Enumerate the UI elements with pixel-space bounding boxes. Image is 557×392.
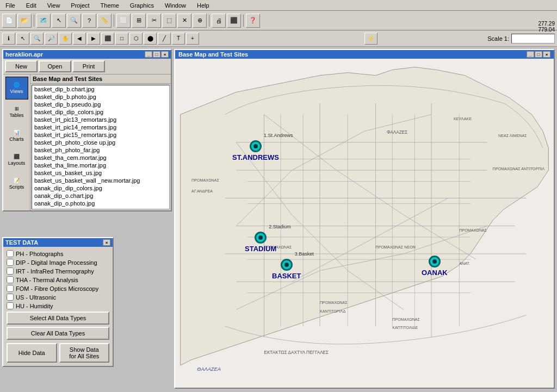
tb-geo[interactable]: ✕ — [177, 14, 191, 28]
checkbox-label-ph: PH - Photographs — [16, 251, 63, 257]
sidebar-item-charts[interactable]: 📊 Charts — [5, 125, 28, 147]
map-content[interactable]: ΦΑΛΑΖΕΣ ΚΕΥΛΑΚΕ ΝΕΑΣ ΛΙΜΕΝΑΣ ΠΡΟΜΑΧΩΝΑΣ … — [175, 59, 554, 388]
map-maximize[interactable]: □ — [535, 51, 542, 58]
tb-new[interactable]: 📄 — [2, 14, 16, 28]
select-all-btn[interactable]: Select All Data Types — [7, 312, 109, 325]
map-close[interactable]: × — [543, 51, 550, 58]
file-item[interactable]: oanak_dip_o.photo.jpg — [32, 200, 169, 207]
file-item[interactable]: basket_dip_b.pseudo.jpg — [32, 101, 169, 108]
apr-new-btn[interactable]: New — [5, 60, 38, 72]
menu-theme[interactable]: Theme — [97, 2, 122, 9]
st-andrews-dot[interactable] — [250, 140, 262, 152]
site-oanak[interactable]: OANAK — [422, 256, 448, 277]
file-item[interactable]: basket_us_basket_wall _new.mortar.jpg — [32, 177, 169, 184]
file-item[interactable]: basket_dip_b.chart.jpg — [32, 85, 169, 93]
tb-route[interactable]: ⊕ — [193, 14, 207, 28]
checkbox-hu[interactable] — [7, 302, 14, 309]
tb-layout[interactable]: ⬜ — [116, 14, 131, 28]
tb-select[interactable]: ↖ — [52, 14, 66, 28]
file-item[interactable]: oanak_dip_o.chart.jpg — [32, 192, 169, 200]
file-item[interactable]: basket_dip_b.photo.jpg — [32, 93, 169, 101]
tb2-cursor[interactable]: + — [186, 33, 199, 45]
apr-close[interactable]: × — [161, 51, 169, 58]
file-item[interactable]: basket_irt_pic15_remortars.jpg — [32, 131, 169, 139]
views-label: Views — [10, 89, 23, 94]
tb-dbconnect[interactable]: ⬛ — [227, 14, 241, 28]
oanak-dot[interactable] — [429, 256, 441, 267]
show-data-btn[interactable]: Show Datafor All Sites — [59, 343, 110, 363]
site-basket[interactable]: 3.Basket BASKET — [272, 259, 301, 280]
file-item[interactable]: basket_dip_dip_colors.jpg — [32, 108, 169, 116]
menu-graphics[interactable]: Graphics — [127, 2, 157, 9]
tb2-info[interactable]: ℹ — [2, 33, 15, 45]
tb2-pointer[interactable]: ↖ — [16, 33, 29, 45]
menu-help[interactable]: Help — [194, 2, 213, 9]
basket-dot[interactable] — [281, 259, 293, 271]
tb-print[interactable]: 🖨 — [212, 14, 226, 28]
map-minimize[interactable]: _ — [527, 51, 534, 58]
checkbox-dip[interactable] — [7, 259, 14, 266]
sidebar-item-scripts[interactable]: 📝 Scripts — [5, 172, 28, 195]
file-item[interactable]: basket_tha_lime.mortar.jpg — [32, 161, 169, 169]
tb2-line[interactable]: ╱ — [158, 33, 171, 45]
file-item[interactable]: basket_ph_photo_far.jpg — [32, 146, 169, 154]
menu-window[interactable]: Window — [162, 2, 189, 9]
tb-open[interactable]: 📂 — [17, 14, 32, 28]
tb2-zoomin[interactable]: 🔍 — [30, 33, 44, 45]
checkbox-ph[interactable] — [7, 250, 14, 257]
scale-input[interactable] — [511, 34, 555, 43]
clear-all-btn[interactable]: Clear All Data Types — [7, 327, 109, 340]
menu-view[interactable]: View — [44, 2, 64, 9]
tb-help[interactable]: ❓ — [246, 14, 260, 28]
map-window: Base Map and Test Sites _ □ × — [174, 49, 555, 389]
tb2-select3[interactable]: ⬡ — [129, 33, 143, 45]
checkbox-label-irt: IRT - InfraRed Thermography — [16, 268, 94, 275]
tb2-lightning[interactable]: ⚡ — [364, 33, 377, 45]
apr-maximize[interactable]: □ — [153, 51, 160, 58]
checkbox-irt[interactable] — [7, 267, 14, 275]
tb2-select4[interactable]: ⬤ — [144, 33, 157, 45]
file-item[interactable]: basket_irt_pic14_remortars.jpg — [32, 123, 169, 131]
tb2-prev[interactable]: ◀ — [73, 33, 86, 45]
menu-project[interactable]: Project — [67, 2, 92, 9]
tb2-full[interactable]: ⬛ — [101, 33, 114, 45]
tb-chart[interactable]: ✂ — [147, 14, 161, 28]
site-stadium[interactable]: 2.Stadium STADIUM — [245, 232, 276, 253]
apr-minimize[interactable]: _ — [145, 51, 152, 58]
sidebar-item-tables[interactable]: ⊞ Tables — [5, 101, 28, 123]
sidebar-item-layouts[interactable]: ⬛ Layouts — [5, 148, 28, 171]
checkbox-tha[interactable] — [7, 276, 14, 283]
file-item[interactable]: basket_irt_pic13_remortars.jpg — [32, 116, 169, 123]
left-panel: heraklion.apr _ □ × New Open Print 🌐 Vie… — [0, 47, 174, 391]
menu-file[interactable]: File — [2, 2, 18, 9]
hide-data-btn[interactable]: Hide Data — [7, 343, 57, 363]
tb-sep-4 — [243, 15, 244, 27]
sidebar-item-views[interactable]: 🌐 Views — [5, 77, 28, 99]
file-list[interactable]: basket_dip_b.chart.jpgbasket_dip_b.photo… — [32, 85, 170, 209]
tb-addtheme[interactable]: 🗺️ — [36, 14, 51, 28]
checkbox-fom[interactable] — [7, 285, 14, 292]
file-item[interactable]: oanak_dip_dip_colors.jpg — [32, 184, 169, 192]
apr-print-btn[interactable]: Print — [72, 60, 105, 72]
stadium-sublabel: 2.Stadium — [269, 224, 291, 229]
apr-open-btn[interactable]: Open — [39, 60, 71, 72]
tb2-next[interactable]: ▶ — [87, 33, 100, 45]
tb-zoom[interactable]: 🔍 — [67, 14, 81, 28]
site-st-andrews[interactable]: 1.St.Andrews ST.ANDREWS — [232, 140, 279, 161]
file-item[interactable]: basket_tha_cem.mortar.jpg — [32, 154, 169, 161]
test-data-close[interactable]: × — [103, 239, 110, 246]
toolbar-main: 📄 📂 🗺️ ↖ 🔍 ? 📏 ⬜ ⊞ ✂ ⬚ ✕ ⊕ 🖨 ⬛ ❓ 277.29 … — [0, 11, 557, 30]
tb2-pan[interactable]: ✋ — [59, 33, 72, 45]
tb-find[interactable]: ⬚ — [162, 14, 176, 28]
tb-measure[interactable]: 📏 — [97, 14, 112, 28]
menu-edit[interactable]: Edit — [23, 2, 40, 9]
file-item[interactable]: basket_us_basket_us.jpg — [32, 169, 169, 177]
tb2-zoomout[interactable]: 🔎 — [45, 33, 58, 45]
file-item[interactable]: basket_ph_photo_close up.jpg — [32, 139, 169, 146]
stadium-dot[interactable] — [255, 232, 267, 244]
tb2-text[interactable]: T — [172, 33, 185, 45]
tb2-select2[interactable]: □ — [115, 33, 128, 45]
checkbox-us[interactable] — [7, 294, 14, 301]
tb-query[interactable]: ? — [82, 14, 96, 28]
tb-table[interactable]: ⊞ — [132, 14, 146, 28]
